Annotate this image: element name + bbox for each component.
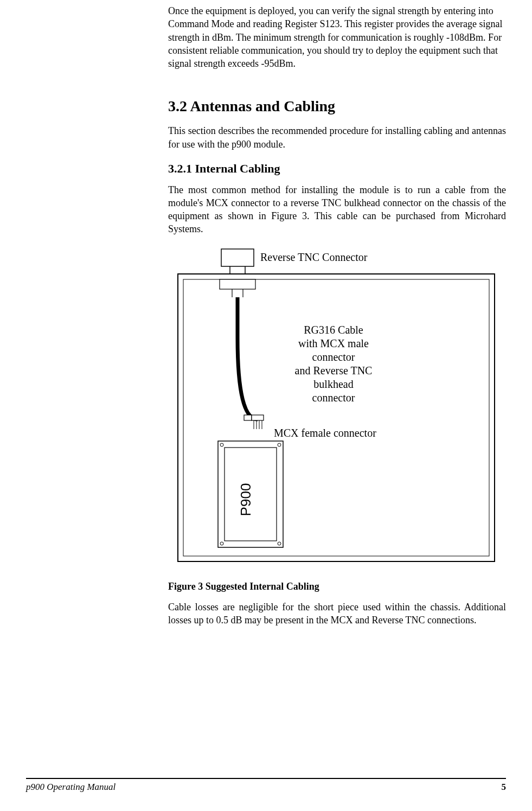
svg-rect-9 <box>252 415 264 420</box>
paragraph-3-2-intro: This section describes the recommended p… <box>168 124 506 151</box>
page-footer: p900 Operating Manual 5 <box>26 778 506 794</box>
paragraph-after-figure: Cable losses are negligible for the shor… <box>168 601 506 627</box>
label-module: P900 <box>238 483 254 516</box>
footer-page-number: 5 <box>502 781 507 794</box>
svg-rect-8 <box>244 415 252 420</box>
label-cable-5: bulkhead <box>313 378 353 390</box>
label-cable-1: RG316 Cable <box>304 324 363 336</box>
footer-doc-title: p900 Operating Manual <box>26 781 116 794</box>
paragraph-3-2-1-body: The most common method for installing th… <box>168 183 506 236</box>
page-content: Once the equipment is deployed, you can … <box>168 4 506 642</box>
label-cable-4: and Reverse TNC <box>295 365 373 376</box>
figure-3-caption: Figure 3 Suggested Internal Cabling <box>168 580 506 593</box>
label-tnc: Reverse TNC Connector <box>260 251 368 263</box>
label-cable-6: connector <box>312 392 355 404</box>
heading-3-2-1: 3.2.1 Internal Cabling <box>168 161 506 177</box>
svg-rect-5 <box>220 279 255 289</box>
label-cable-3: connector <box>312 351 355 363</box>
label-cable-2: with MCX male <box>298 337 369 349</box>
heading-3-2: 3.2 Antennas and Cabling <box>168 96 506 117</box>
paragraph-signal-strength: Once the equipment is deployed, you can … <box>168 4 506 70</box>
figure-3-svg: Reverse TNC Connector RG316 Cable with M… <box>168 246 504 566</box>
label-mcx: MCX female connector <box>274 427 376 439</box>
svg-rect-0 <box>221 249 254 266</box>
figure-3: Reverse TNC Connector RG316 Cable with M… <box>168 246 506 627</box>
